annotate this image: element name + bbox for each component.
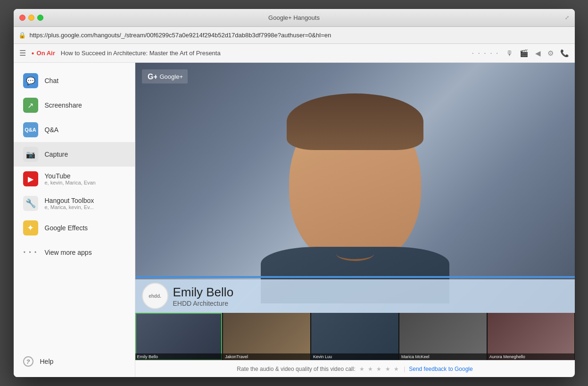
video-background: G+ Google+ ehdd. Emily Bello EHDD Archit… [135, 63, 575, 313]
hair [287, 93, 423, 150]
main-content: 💬 Chat ↗ Screenshare Q&A Q&A 📷 Capture ▶… [14, 63, 575, 377]
rating-text: Rate the audio & video quality of this v… [237, 366, 355, 372]
bandwidth-icon[interactable]: ◀ [535, 49, 541, 58]
sidebar-sub-toolbox: e, Marica, kevin, Ev... [45, 204, 94, 210]
gplus-watermark: G+ Google+ [142, 69, 188, 84]
window-title: Google+ Hangouts [268, 14, 320, 21]
feedback-link[interactable]: Send feedback to Google [409, 366, 472, 372]
more-apps-icon: • • • [23, 245, 38, 260]
end-call-icon[interactable]: 📞 [560, 49, 569, 58]
sidebar-label-qa: Q&A [45, 126, 59, 134]
stars[interactable]: ★ ★ ★ ★ ★ [359, 366, 400, 372]
browser-window: Google+ Hangouts ⤢ 🔒 https://plus.google… [14, 9, 575, 377]
sidebar-item-more[interactable]: • • • View more apps [14, 240, 135, 265]
sidebar-label-toolbox: Hangout Toolbox [45, 197, 94, 204]
svg-text:G+: G+ [148, 73, 157, 81]
youtube-label-wrap: YouTube e, kevin, Marica, Evan [45, 172, 96, 185]
traffic-lights [19, 15, 43, 21]
active-border [135, 313, 223, 360]
lock-icon: 🔒 [18, 32, 26, 39]
more-options-icon[interactable]: · · · · · [472, 49, 499, 58]
call-title: How to Succeed in Architecture: Master t… [61, 50, 466, 57]
sidebar-item-youtube[interactable]: ▶ YouTube e, kevin, Marica, Evan [14, 167, 135, 191]
sidebar-item-toolbox[interactable]: 🔧 Hangout Toolbox e, Marica, kevin, Ev..… [14, 191, 135, 216]
close-button[interactable] [19, 15, 25, 21]
sidebar-label-youtube: YouTube [45, 172, 96, 180]
maximize-button[interactable] [37, 15, 43, 21]
main-video: G+ Google+ ehdd. Emily Bello EHDD Archit… [135, 63, 575, 313]
camera-icon[interactable]: 🎬 [520, 49, 529, 58]
sidebar-sub-youtube: e, kevin, Marica, Evan [45, 180, 96, 185]
sidebar-label-effects: Google Effects [45, 224, 88, 232]
sidebar-label-screenshare: Screenshare [45, 101, 82, 109]
settings-icon[interactable]: ⚙ [547, 49, 554, 58]
thumbnail-1[interactable]: JakonTravel [223, 313, 310, 360]
qa-icon: Q&A [23, 122, 38, 137]
thumb-label-0: Emily Bello [135, 353, 223, 360]
name-overlay: ehdd. Emily Bello EHDD Architecture [135, 279, 575, 313]
sidebar: 💬 Chat ↗ Screenshare Q&A Q&A 📷 Capture ▶… [14, 63, 135, 377]
gplus-icon: G+ [147, 71, 157, 82]
help-icon: ? [23, 356, 33, 367]
sidebar-item-screenshare[interactable]: ↗ Screenshare [14, 93, 135, 117]
on-air-dot: ● [32, 50, 34, 56]
sidebar-item-effects[interactable]: ✦ Google Effects [14, 216, 135, 240]
youtube-icon: ▶ [23, 171, 38, 186]
sidebar-label-chat: Chat [45, 77, 59, 84]
title-bar: Google+ Hangouts ⤢ [14, 9, 575, 27]
on-air-badge: ● On Air [32, 50, 55, 57]
minimize-button[interactable] [28, 15, 34, 21]
effects-icon: ✦ [23, 220, 38, 235]
sidebar-item-qa[interactable]: Q&A Q&A [14, 117, 135, 142]
sidebar-item-capture[interactable]: 📷 Capture [14, 142, 135, 167]
company-logo: ehdd. [142, 283, 168, 309]
gplus-text: Google+ [160, 73, 183, 80]
sidebar-item-chat[interactable]: 💬 Chat [14, 68, 135, 93]
toolbar-icons: · · · · · 🎙 🎬 ◀ ⚙ 📞 [472, 49, 569, 58]
speaker-bar [135, 276, 575, 278]
screenshare-icon: ↗ [23, 98, 38, 113]
speaker-company: EHDD Architecture [173, 300, 566, 307]
microphone-icon[interactable]: 🎙 [506, 49, 513, 57]
toolbox-icon: 🔧 [23, 196, 38, 211]
sidebar-help[interactable]: ? Help [14, 352, 135, 371]
speaker-name: Emily Bello [173, 285, 566, 300]
address-bar: 🔒 https://plus.google.com/hangouts/_/str… [14, 27, 575, 44]
toolbar: ☰ ● On Air How to Succeed in Architectur… [14, 44, 575, 63]
thumbnail-3[interactable]: Marica McKeel [399, 313, 487, 360]
thumb-label-3: Marica McKeel [399, 353, 487, 360]
sidebar-label-capture: Capture [45, 151, 68, 158]
thumb-label-2: Kevin Luu [311, 353, 398, 360]
menu-icon[interactable]: ☰ [19, 49, 26, 58]
sidebar-label-more: View more apps [45, 249, 92, 256]
chat-icon: 💬 [23, 73, 38, 88]
thumbnail-4[interactable]: Aurora Meneghello [488, 313, 575, 360]
toolbox-label-wrap: Hangout Toolbox e, Marica, kevin, Ev... [45, 197, 94, 210]
fullscreen-icon[interactable]: ⤢ [565, 15, 569, 21]
capture-icon: 📷 [23, 147, 38, 162]
thumbnail-0[interactable]: Emily Bello [135, 313, 223, 360]
thumbnail-strip: Emily Bello JakonTravel Kevin Luu Marica… [135, 313, 575, 360]
on-air-label: On Air [37, 50, 55, 57]
smile [336, 247, 374, 261]
thumbnail-2[interactable]: Kevin Luu [311, 313, 398, 360]
url-field[interactable]: https://plus.google.com/hangouts/_/strea… [30, 32, 570, 39]
thumb-label-1: JakonTravel [223, 353, 310, 360]
sidebar-label-help: Help [40, 358, 54, 365]
video-area: G+ Google+ ehdd. Emily Bello EHDD Archit… [135, 63, 575, 377]
bottom-bar: Rate the audio & video quality of this v… [135, 360, 575, 377]
divider: | [404, 366, 405, 372]
thumb-label-4: Aurora Meneghello [488, 353, 575, 360]
speaker-face [273, 101, 438, 289]
